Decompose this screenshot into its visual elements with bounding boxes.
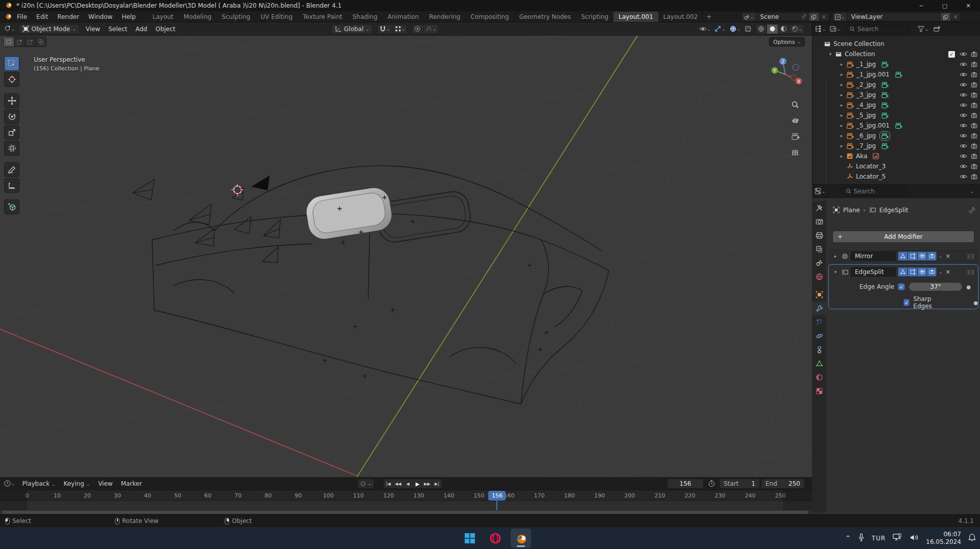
taskbar-start-button[interactable] xyxy=(460,529,480,548)
hide-eye-icon[interactable] xyxy=(960,51,967,57)
properties-tab-view-layer[interactable] xyxy=(812,242,826,256)
play-reverse-button[interactable]: ◀ xyxy=(403,479,413,488)
outliner-item-label[interactable]: _5_jpg.001 xyxy=(856,122,890,129)
properties-tab-material[interactable] xyxy=(812,370,826,384)
close-button[interactable]: ✕ xyxy=(957,0,980,11)
toggle-render-icon[interactable] xyxy=(927,267,937,277)
camera-data-icon[interactable] xyxy=(881,92,889,98)
new-collection-icon[interactable] xyxy=(933,25,941,33)
workspace-tab-shading[interactable]: Shading xyxy=(347,12,383,22)
toggle-on-cage-icon[interactable] xyxy=(898,267,907,277)
playhead-frame-badge[interactable]: 156 xyxy=(488,491,506,501)
next-keyframe-button[interactable]: ▶▶ xyxy=(422,479,432,488)
minimize-button[interactable]: ─ xyxy=(910,0,933,11)
modifier-extras-chevron-icon[interactable]: ⌄ xyxy=(939,254,943,259)
toggle-edit-mode-icon[interactable] xyxy=(907,252,917,261)
blender-app-menu-icon[interactable] xyxy=(4,13,12,21)
properties-tab-particles[interactable] xyxy=(812,315,826,329)
viewport-pan-hand-icon[interactable] xyxy=(790,114,801,126)
camera-data-icon[interactable] xyxy=(881,143,889,149)
outliner-row--4-jpg[interactable]: ▸_4_jpg xyxy=(812,100,980,110)
hide-eye-icon[interactable] xyxy=(960,82,967,88)
camera-data-icon[interactable] xyxy=(895,71,902,78)
disable-render-camera-icon[interactable] xyxy=(971,82,977,88)
transform-orientation-dropdown[interactable]: Global ⌄ xyxy=(331,24,373,34)
outliner-row--7-jpg[interactable]: ▸_7_jpg xyxy=(812,141,980,151)
properties-tab-texture[interactable] xyxy=(812,384,826,398)
toggle-realtime-icon[interactable] xyxy=(917,252,927,261)
tool-measure[interactable] xyxy=(4,178,19,193)
workspace-tab-sculpting[interactable]: Sculpting xyxy=(217,12,255,22)
expand-caret-icon[interactable]: ▸ xyxy=(838,123,845,128)
outliner-display-mode-icon[interactable] xyxy=(829,25,837,33)
tool-scale[interactable] xyxy=(4,125,19,140)
overlays-toggle[interactable]: ⌄ xyxy=(729,25,741,33)
select-mode-new-icon[interactable] xyxy=(4,37,14,46)
timeline-menu-view[interactable]: View xyxy=(94,480,116,487)
modifier-name-field[interactable]: EdgeSplit xyxy=(851,267,896,277)
timeline-tracks[interactable] xyxy=(0,501,812,510)
outliner-row-aka[interactable]: ▸Aka xyxy=(812,151,980,161)
properties-tab-object[interactable] xyxy=(812,288,826,302)
properties-search-input[interactable]: Search xyxy=(841,187,906,196)
network-icon[interactable] xyxy=(893,533,902,543)
scene-icon[interactable]: ⌄ xyxy=(742,13,756,21)
hide-eye-icon[interactable] xyxy=(960,71,967,78)
filter-funnel-icon[interactable] xyxy=(917,25,925,33)
language-indicator[interactable]: TUR xyxy=(872,535,886,542)
tool-rotate[interactable] xyxy=(4,109,19,124)
shading-material-icon[interactable] xyxy=(778,24,789,34)
viewport-menu-view[interactable]: View xyxy=(82,26,104,33)
hide-eye-icon[interactable] xyxy=(960,153,967,159)
outliner-item-label[interactable]: _1_jpg.001 xyxy=(856,71,890,78)
object-visibility-dropdown[interactable]: ⌄ xyxy=(699,25,711,33)
outliner-item-label[interactable]: Locator_3 xyxy=(856,163,886,170)
frame-end-field[interactable]: End250 xyxy=(761,479,805,489)
tool-cursor-3d[interactable] xyxy=(4,72,19,87)
edge-angle-checkbox[interactable]: ✓ xyxy=(898,283,905,290)
jump-start-button[interactable]: |◀ xyxy=(384,479,393,488)
properties-options-chevron-icon[interactable]: ⌄ xyxy=(970,189,974,194)
workspace-tab-texture paint[interactable]: Texture Paint xyxy=(298,12,347,22)
breadcrumb-modifier[interactable]: EdgeSplit xyxy=(879,207,909,214)
viewport-perspective-toggle-icon[interactable] xyxy=(790,147,801,158)
modifier-extras-chevron-icon[interactable]: ⌄ xyxy=(939,269,943,274)
sharp-edges-animate-dot[interactable]: ● xyxy=(973,300,978,306)
collapse-chevron-icon[interactable]: ▾ xyxy=(832,269,839,274)
outliner-row--3-jpg[interactable]: ▸_3_jpg xyxy=(812,90,980,100)
expand-caret-icon[interactable]: ▸ xyxy=(838,62,845,67)
sharp-edges-checkbox[interactable]: ✓ xyxy=(903,299,910,306)
xray-toggle-icon[interactable] xyxy=(744,25,752,33)
properties-tab-constraints[interactable] xyxy=(812,343,826,357)
menu-window[interactable]: Window xyxy=(84,12,117,21)
outliner-search-input[interactable]: Search xyxy=(845,24,910,34)
outliner-item-label[interactable]: _3_jpg xyxy=(856,91,876,98)
workspace-tab-modeling[interactable]: Modeling xyxy=(179,12,217,22)
hide-eye-icon[interactable] xyxy=(960,112,967,118)
add-workspace-button[interactable]: + xyxy=(703,12,715,22)
menu-file[interactable]: File xyxy=(12,12,32,21)
speaker-icon[interactable] xyxy=(910,534,919,543)
properties-tab-output[interactable] xyxy=(812,229,826,242)
edge-angle-value-slider[interactable]: 37° xyxy=(909,282,963,291)
frame-start-field[interactable]: Start1 xyxy=(719,479,760,489)
taskbar-blender-button[interactable] xyxy=(511,529,531,548)
tool-select-box[interactable] xyxy=(4,56,19,71)
hide-eye-icon[interactable] xyxy=(960,173,967,180)
hide-eye-icon[interactable] xyxy=(960,61,967,67)
outliner-row--5-jpg-001[interactable]: ▸_5_jpg.001 xyxy=(812,120,980,131)
workspace-tab-layout[interactable]: Layout xyxy=(148,12,179,22)
tool-annotate[interactable] xyxy=(4,162,19,177)
expand-caret-icon[interactable]: ▾ xyxy=(827,52,834,57)
notification-bell-icon[interactable] xyxy=(968,533,976,543)
jump-end-button[interactable]: ▶| xyxy=(432,479,442,488)
modifier-name-field[interactable]: Mirror xyxy=(851,252,896,261)
playhead-line[interactable] xyxy=(496,501,497,510)
tray-chevron-up-icon[interactable]: ⌃ xyxy=(845,534,851,542)
timeline-menu-marker[interactable]: Marker xyxy=(117,480,146,487)
image-data-icon[interactable] xyxy=(872,153,879,160)
shading-wireframe-icon[interactable] xyxy=(756,24,767,34)
outliner-item-label[interactable]: _4_jpg xyxy=(856,102,876,109)
expand-caret-icon[interactable]: ▸ xyxy=(838,133,845,138)
hide-eye-icon[interactable] xyxy=(960,102,967,108)
